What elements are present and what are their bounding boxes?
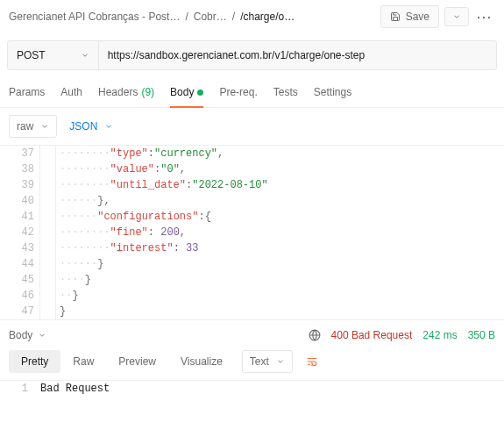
tab-auth[interactable]: Auth (60, 81, 82, 107)
unsaved-dot-icon (197, 90, 203, 96)
method-select[interactable]: POST (8, 41, 99, 69)
response-mode-select[interactable]: Text (242, 350, 293, 373)
breadcrumb-request[interactable]: /charge/o… (240, 11, 295, 23)
response-line[interactable]: 1Bad Request (0, 381, 504, 397)
status-badge: 400 Bad Request (331, 329, 413, 341)
tab-headers[interactable]: Headers (9) (98, 81, 154, 107)
editor-line[interactable]: 46··} (0, 288, 504, 304)
editor-line[interactable]: 40······}, (0, 193, 504, 209)
breadcrumb-folder[interactable]: Cobr… (194, 11, 227, 23)
editor-line[interactable]: 37········"type":"currency", (0, 146, 504, 161)
chevron-down-icon (81, 51, 89, 60)
resp-tab-pretty[interactable]: Pretty (9, 350, 60, 373)
tab-params[interactable]: Params (9, 81, 45, 107)
response-body-editor[interactable]: 1Bad Request (0, 380, 504, 397)
editor-line[interactable]: 38········"value":"0", (0, 161, 504, 177)
save-button[interactable]: Save (380, 5, 439, 28)
tab-body[interactable]: Body (170, 81, 203, 107)
globe-icon[interactable] (309, 329, 321, 341)
editor-line[interactable]: 44······} (0, 256, 504, 272)
request-url-bar: POST (7, 40, 497, 70)
breadcrumb-root[interactable]: Gerencianet API Cobranças - Post… (9, 11, 180, 23)
chevron-down-icon (276, 357, 285, 366)
resp-tab-preview[interactable]: Preview (106, 350, 168, 373)
response-section-select[interactable]: Body (9, 329, 46, 341)
tab-settings[interactable]: Settings (314, 81, 351, 107)
save-icon (390, 11, 401, 22)
url-input[interactable] (99, 41, 496, 69)
editor-line[interactable]: 43········"interest": 33 (0, 240, 504, 256)
response-size: 350 B (468, 329, 495, 341)
resp-tab-visualize[interactable]: Visualize (168, 350, 235, 373)
request-body-editor[interactable]: 37········"type":"currency",38········"v… (0, 145, 504, 319)
editor-line[interactable]: 42········"fine": 200, (0, 225, 504, 240)
wrap-lines-button[interactable] (302, 352, 323, 371)
editor-line[interactable]: 41······"configurations":{ (0, 209, 504, 225)
body-lang-select[interactable]: JSON (69, 120, 113, 132)
more-actions-button[interactable]: ⋯ (474, 7, 495, 26)
chevron-down-icon (40, 122, 49, 131)
response-time: 242 ms (422, 329, 457, 341)
save-options-button[interactable] (444, 7, 469, 26)
chevron-down-icon (104, 122, 113, 131)
request-tabs: Params Auth Headers (9) Body Pre-req. Te… (0, 70, 504, 108)
body-mode-select[interactable]: raw (9, 115, 57, 138)
tab-prereq[interactable]: Pre-req. (219, 81, 257, 107)
editor-line[interactable]: 47} (0, 304, 504, 319)
editor-line[interactable]: 39········"until_date":"2022-08-10" (0, 177, 504, 193)
resp-tab-raw[interactable]: Raw (60, 350, 106, 373)
chevron-down-icon (38, 331, 46, 340)
breadcrumb: Gerencianet API Cobranças - Post… / Cobr… (9, 11, 375, 23)
tab-tests[interactable]: Tests (273, 81, 298, 107)
editor-line[interactable]: 45····} (0, 272, 504, 288)
